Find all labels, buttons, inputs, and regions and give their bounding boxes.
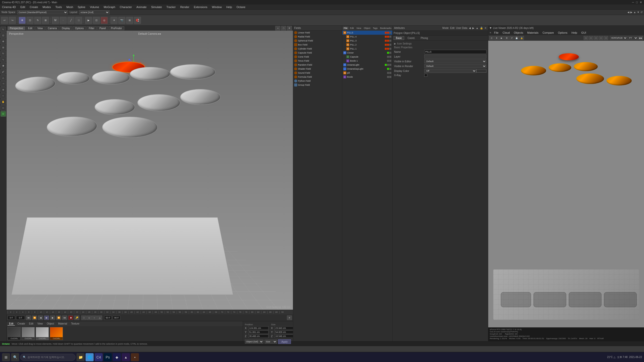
taskbar-search-icon[interactable]: 🔍: [11, 353, 19, 361]
menu-spline[interactable]: Spline: [77, 6, 87, 9]
point-mode[interactable]: ·: [60, 17, 67, 24]
attr-display-color-select[interactable]: Off On Auto: [424, 69, 476, 73]
lv-menu-compare[interactable]: Compare: [542, 31, 555, 34]
obj-pills[interactable]: ▣ PILLS: [342, 31, 392, 35]
material-tab-texture[interactable]: Texture: [69, 322, 81, 325]
size-dropdown[interactable]: Size: [264, 340, 277, 344]
swatch-4[interactable]: OctDiffu: [50, 327, 63, 340]
transform-tool[interactable]: ⊞: [42, 17, 49, 24]
lv-btn-v4[interactable]: □: [599, 36, 603, 40]
field-capsule[interactable]: Capsule Field: [293, 51, 342, 55]
lv-btn-pause[interactable]: ⏸: [494, 36, 499, 40]
lv-btn-1[interactable]: ⊙: [489, 36, 494, 40]
viewport-tab-panel[interactable]: Panel: [97, 26, 108, 30]
layout-select[interactable]: octane [2col]: [79, 10, 109, 14]
attr-visible-editor-select[interactable]: Default On Off: [424, 59, 486, 63]
pos-z-input[interactable]: 30.466 cm: [248, 334, 269, 338]
lv-btn-lock[interactable]: 🔒: [519, 36, 524, 40]
field-cylinder[interactable]: Cylinder Field: [293, 47, 342, 51]
attr-mode-tab[interactable]: Mode: [442, 27, 449, 29]
minimize-btn[interactable]: ─: [632, 1, 634, 4]
timeline-ruler[interactable]: 0 2 4 6 8 10 12 14 16 18 20 22 24 26 28 …: [7, 310, 293, 314]
field-torus[interactable]: Torus Field: [293, 59, 342, 63]
obj-octanelight[interactable]: ☀ OctaneLight: [342, 63, 392, 67]
field-spherical[interactable]: Spherical Field: [293, 39, 342, 43]
field-linear[interactable]: Linear Field: [293, 31, 342, 35]
next-frame-btn[interactable]: ▶: [50, 315, 55, 320]
tool-smooth[interactable]: ≈: [1, 93, 6, 99]
snap-btn[interactable]: 🧲: [134, 17, 141, 24]
otab-object[interactable]: Object: [363, 27, 371, 30]
taskbar-ps[interactable]: Ps: [104, 353, 112, 361]
field-box[interactable]: Box Field: [293, 43, 342, 47]
tool-live-select[interactable]: ⊡: [1, 33, 6, 38]
attr-name-input[interactable]: [424, 50, 486, 54]
3d-viewport[interactable]: Perspective Default Camera ▸▸: [7, 31, 293, 310]
redo-btn[interactable]: ↪: [9, 17, 16, 24]
grid-btn[interactable]: ⊞: [126, 17, 133, 24]
size-z-input[interactable]: 16.546 cm: [275, 334, 295, 338]
size-x-input[interactable]: 23.943 cm: [275, 326, 295, 330]
tool-brush[interactable]: ◉: [1, 63, 6, 68]
menu-animate[interactable]: Animate: [135, 6, 147, 9]
taskbar-app7[interactable]: ▪: [131, 353, 139, 361]
viewport-tab-view[interactable]: View: [35, 26, 45, 30]
lv-menu-file[interactable]: File: [493, 31, 500, 34]
nav-down-btn[interactable]: ▼: [637, 11, 639, 14]
menu-volume[interactable]: Volume: [89, 6, 100, 9]
menu-extensions[interactable]: Extensions: [193, 6, 208, 9]
start-button[interactable]: ⊞: [2, 353, 10, 361]
close-btn[interactable]: ✕: [640, 1, 642, 4]
viewport-close-btn[interactable]: ✕: [287, 26, 292, 30]
object-dropdown[interactable]: Object (Sel): [245, 340, 263, 344]
play-btn[interactable]: ▶: [44, 315, 49, 320]
camera-btn[interactable]: 📷: [118, 17, 125, 24]
attr-userdata-tab[interactable]: User Data: [456, 27, 467, 29]
rotate-tool[interactable]: ↻: [34, 17, 41, 24]
tool-symmetry[interactable]: ⊣: [1, 81, 6, 86]
menu-create[interactable]: Create: [29, 6, 39, 9]
viewport-tab-profinder[interactable]: ProFinder: [109, 26, 124, 30]
step-fwd-btn[interactable]: ⏩: [56, 315, 61, 320]
prev-frame-btn[interactable]: ◀: [38, 315, 43, 320]
render-region-btn[interactable]: ⊡: [93, 17, 100, 24]
tool-scale[interactable]: ⊞: [1, 45, 6, 50]
attr-tab-basic[interactable]: Basic: [394, 36, 404, 40]
field-group[interactable]: Group Field: [293, 83, 342, 87]
attr-tab-coord[interactable]: Coord.: [405, 36, 417, 40]
material-tab-create[interactable]: Create: [16, 322, 26, 325]
taskbar-explorer[interactable]: 📁: [77, 353, 85, 361]
tool-move[interactable]: ✥: [1, 39, 6, 44]
obj-pill4[interactable]: ▣ PILL 4: [342, 35, 392, 39]
pos-x-input[interactable]: 124.691 cm: [248, 326, 269, 330]
lv-menu-cloud[interactable]: Cloud: [502, 31, 511, 34]
otab-bookmarks[interactable]: Bookmarks: [379, 27, 392, 30]
lv-render-view[interactable]: [488, 41, 644, 327]
menu-mograph[interactable]: MoGraph: [103, 6, 116, 9]
field-cone[interactable]: Cone Field: [293, 55, 342, 59]
field-formula[interactable]: Formula Field: [293, 75, 342, 79]
viewport-maximize-btn[interactable]: □: [281, 26, 286, 30]
menu-cinema4d[interactable]: Cinema 4D: [1, 6, 17, 9]
taskbar-search-bar[interactable]: 🔍 검색하려면 여기에 입력하십시오.: [20, 354, 75, 361]
menu-window[interactable]: Window: [211, 6, 223, 9]
move-tool[interactable]: ✥: [19, 17, 26, 24]
polygon-mode[interactable]: □: [75, 17, 82, 24]
lv-btn-settings[interactable]: ⚙: [504, 36, 509, 40]
attr-edit-tab[interactable]: Edit: [450, 27, 454, 29]
field-radial[interactable]: Radial Field: [293, 35, 342, 39]
nav-back-btn[interactable]: ◀: [627, 11, 629, 14]
tool-create-spline[interactable]: ∿: [1, 57, 6, 62]
attr-visible-render-select[interactable]: Default On Off: [424, 64, 486, 68]
tool-grab[interactable]: ✋: [1, 99, 6, 105]
attr-layer-input[interactable]: [424, 55, 486, 59]
material-tab-view2[interactable]: Edit: [27, 322, 35, 325]
key-mode-4[interactable]: △: [97, 315, 102, 320]
menu-help[interactable]: Help: [225, 6, 233, 9]
lv-menu-gui[interactable]: GUI: [580, 31, 587, 34]
attr-nav-back[interactable]: ◀: [469, 27, 471, 29]
otab-view[interactable]: View: [355, 27, 362, 30]
obj-boole[interactable]: B Boole: [342, 75, 392, 79]
viewport-tab-filter[interactable]: Filter: [87, 26, 97, 30]
menu-edit[interactable]: Edit: [19, 6, 26, 9]
